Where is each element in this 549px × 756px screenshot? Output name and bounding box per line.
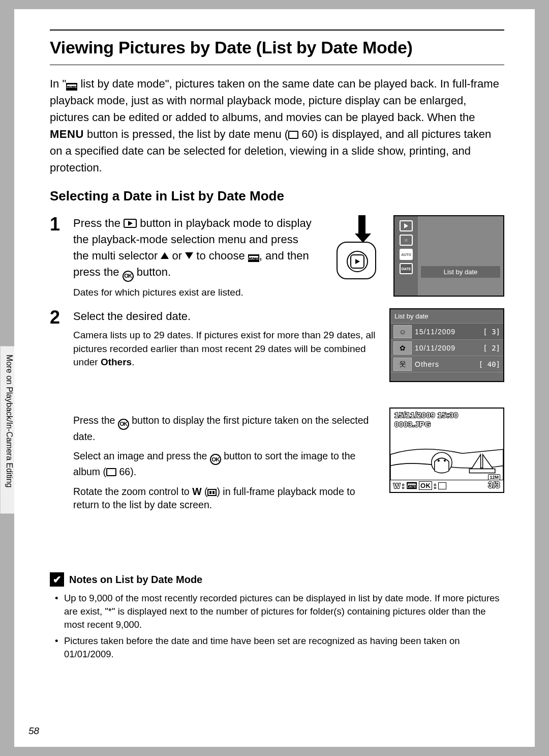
- date-text: Others: [415, 360, 476, 368]
- ok-button-icon: OK: [210, 454, 221, 465]
- caution-icon: ✔: [50, 572, 64, 587]
- w-label: W: [393, 482, 401, 490]
- mode-icon-auto: AUTO: [400, 249, 413, 260]
- notes-section: ✔ Notes on List by Date Mode Up to 9,000…: [50, 572, 504, 660]
- page-title: Viewing Pictures by Date (List by Date M…: [50, 38, 504, 57]
- page-number: 58: [28, 725, 39, 737]
- step-1-note: Dates for which pictures exist are liste…: [73, 286, 315, 300]
- count-text: [ 2]: [483, 344, 500, 352]
- menu-label: MENU: [50, 128, 84, 140]
- playback-preview-screen: 15/11/2009 15:30 0003.JPG: [389, 408, 504, 493]
- playback-icon: [124, 219, 137, 228]
- ok-button-icon: OK: [118, 419, 129, 430]
- date-icon: DATE: [66, 83, 77, 91]
- page: Viewing Pictures by Date (List by Date M…: [14, 9, 535, 747]
- thumbnail-icon: 웃: [393, 358, 412, 371]
- down-icon: [185, 252, 193, 259]
- step-2: 2 Select the desired date. Camera lists …: [50, 308, 504, 511]
- count-text: [ 40]: [479, 360, 500, 368]
- thumbnail-icon: ✿: [393, 341, 412, 355]
- camera-back-illustration: [322, 215, 388, 286]
- date-icon: DATE: [407, 482, 417, 489]
- counter-index: 3/: [488, 481, 495, 489]
- up-icon: [161, 252, 169, 259]
- screen-title: List by date: [390, 309, 503, 323]
- date-text: 15/11/2009: [415, 328, 480, 336]
- mode-icon-playback: [400, 220, 413, 231]
- manual-ref-icon: [106, 468, 116, 476]
- manual-ref-icon: [288, 131, 298, 139]
- svg-point-2: [444, 460, 446, 462]
- date-row: ✿ 10/11/2009 [ 2]: [390, 339, 503, 356]
- step-number: 1: [50, 215, 73, 299]
- intro-paragraph: In "DATE list by date mode", pictures ta…: [50, 75, 504, 176]
- arrow-down-icon: [355, 215, 369, 243]
- resolution-badge: 12M: [488, 474, 500, 480]
- step-1: 1 Press the button in playback mode to d…: [50, 215, 504, 299]
- step-2-title: Select the desired date.: [73, 308, 380, 325]
- step-2-para3: Select an image and press the OK button …: [73, 449, 380, 479]
- step-1-text: Press the button in playback mode to dis…: [73, 215, 315, 282]
- mode-label: List by date: [421, 266, 500, 278]
- date-icon: DATE: [248, 254, 259, 262]
- preview-filename: 0003.JPG: [394, 420, 431, 428]
- svg-point-1: [438, 460, 440, 462]
- ok-button-icon: OK: [123, 271, 134, 282]
- step-2-para4: Rotate the zoom control to W () in full-…: [73, 485, 380, 512]
- album-icon: [438, 482, 446, 489]
- note-item: Up to 9,000 of the most recently recorde…: [55, 592, 504, 631]
- step-2-para1: Camera lists up to 29 dates. If pictures…: [73, 329, 380, 369]
- section-subtitle: Selecting a Date in List by Date Mode: [50, 188, 504, 204]
- mode-icon-favorites: ☆: [400, 235, 413, 246]
- date-row: ☺ 15/11/2009 [ 3]: [390, 323, 503, 339]
- list-by-date-screen: List by date ☺ 15/11/2009 [ 3] ✿ 10/11/2…: [389, 308, 504, 382]
- ok-label: OK: [419, 481, 433, 490]
- counter-total: 3: [496, 481, 500, 489]
- step-2-para2: Press the OK button to display the first…: [73, 414, 380, 443]
- date-text: 10/11/2009: [415, 344, 480, 352]
- notes-title: Notes on List by Date Mode: [69, 574, 202, 586]
- preview-datetime: 15/11/2009 15:30: [394, 411, 459, 419]
- svg-rect-3: [469, 469, 495, 473]
- playback-button-icon: [350, 254, 364, 269]
- thumbnail-icon: ☺: [393, 325, 412, 338]
- step-number: 2: [50, 308, 73, 511]
- date-row: 웃 Others [ 40]: [390, 356, 503, 372]
- count-text: [ 3]: [483, 328, 500, 336]
- mode-selection-screen: ☆ AUTO DATE List by date: [393, 215, 504, 297]
- step-1-diagram: ☆ AUTO DATE List by date: [322, 215, 504, 297]
- note-item: Pictures taken before the date and time …: [55, 634, 504, 661]
- thumbnail-grid-icon: [207, 489, 217, 496]
- mode-icon-date: DATE: [400, 263, 413, 274]
